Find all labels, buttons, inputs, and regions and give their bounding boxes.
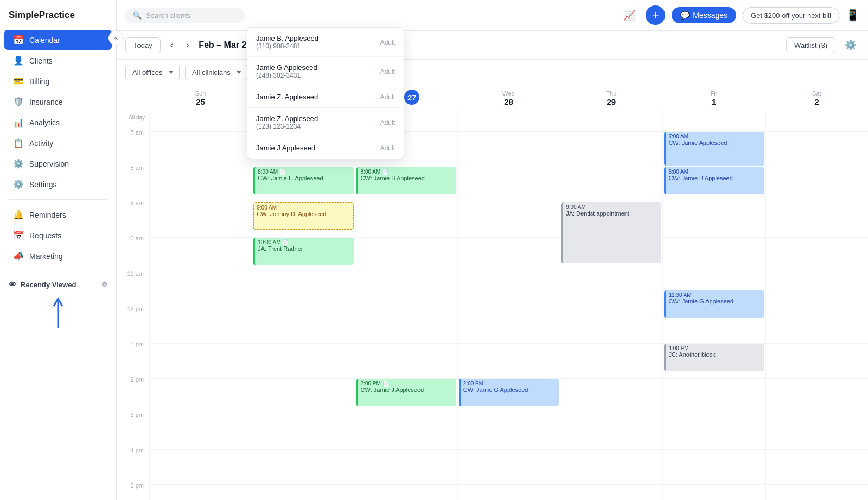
time-cell-row2-col6[interactable]	[765, 202, 868, 237]
time-cell-row9-col6[interactable]	[765, 449, 868, 484]
time-cell-row10-col5[interactable]	[662, 484, 765, 500]
time-cell-row10-col1[interactable]	[252, 484, 354, 500]
clinicians-filter[interactable]: All clinicians	[185, 65, 247, 80]
search-result-item[interactable]: Jamie Z. Appleseed Adult	[247, 86, 404, 108]
waitlist-button[interactable]: Waitlist (3)	[786, 37, 835, 53]
time-cell-row6-col2[interactable]	[355, 343, 457, 378]
time-cell-row4-col1[interactable]	[252, 273, 354, 308]
time-cell-row5-col0[interactable]	[149, 308, 252, 343]
time-cell-row7-col6[interactable]	[765, 378, 868, 414]
time-cell-row5-col6[interactable]	[765, 308, 868, 343]
calendar-event[interactable]: 9:00 AMCW: Johnny D. Appleseed	[253, 202, 353, 230]
time-cell-row7-col5[interactable]	[662, 378, 765, 414]
time-cell-row1-col1[interactable]: 8:00 AM 📄CW: Jamie L. Appleseed	[252, 167, 354, 202]
calendar-event[interactable]: 1:00 PMJC: Another block	[664, 344, 764, 371]
calendar-event[interactable]: 2:00 PM 📄CW: Jamie J Appleseed	[356, 379, 456, 406]
messages-button[interactable]: 💬 Messages	[672, 7, 736, 23]
calendar-event[interactable]: 7:00 AMCW: Jamie Appleseed	[664, 132, 764, 166]
sidebar-item-insurance[interactable]: 🛡️Insurance	[4, 92, 112, 112]
time-cell-row0-col4[interactable]	[560, 131, 662, 167]
time-cell-row3-col6[interactable]	[765, 237, 868, 273]
time-cell-row7-col3[interactable]: 2:00 PMCW: Jamie G Appleseed	[457, 378, 560, 414]
time-cell-row8-col3[interactable]	[457, 414, 560, 449]
calendar-event[interactable]: 8:00 AMCW: Jamie B Appleseed	[664, 167, 764, 194]
sidebar-item-analytics[interactable]: 📊Analytics	[4, 112, 112, 132]
calendar-event[interactable]: 10:00 AM 📄JA: Trent Radner	[253, 238, 353, 265]
analytics-icon-button[interactable]: 📈	[620, 5, 639, 25]
time-cell-row8-col4[interactable]	[560, 414, 662, 449]
search-result-item[interactable]: Jamie Z. Appleseed (123) 123-1234 Adult	[247, 108, 404, 137]
time-cell-row1-col6[interactable]	[765, 167, 868, 202]
sidebar-item-marketing[interactable]: 📣Marketing	[4, 246, 112, 266]
time-cell-row9-col1[interactable]	[252, 449, 354, 484]
time-cell-row2-col3[interactable]	[457, 202, 560, 237]
search-box[interactable]: 🔍 Search clients	[125, 8, 245, 23]
time-cell-row1-col2[interactable]: 8:00 AM 📄CW: Jamie B Appleseed	[355, 167, 457, 202]
sidebar-item-calendar[interactable]: 📅Calendar	[4, 30, 112, 50]
time-cell-row9-col0[interactable]	[149, 449, 252, 484]
time-cell-row4-col0[interactable]	[149, 273, 252, 308]
sidebar-collapse-button[interactable]: «	[108, 30, 124, 46]
time-cell-row8-col2[interactable]	[355, 414, 457, 449]
time-cell-row4-col3[interactable]	[457, 273, 560, 308]
time-cell-row6-col6[interactable]	[765, 343, 868, 378]
add-button[interactable]: +	[646, 5, 665, 25]
time-cell-row2-col4[interactable]: 9:00 AMJA: Dentist appointment	[560, 202, 662, 237]
time-cell-row6-col4[interactable]	[560, 343, 662, 378]
calendar-settings-button[interactable]: ⚙️	[842, 36, 859, 54]
sidebar-item-reminders[interactable]: 🔔Reminders	[4, 205, 112, 225]
time-cell-row4-col5[interactable]: 11:30 AMCW: Jamie G Appleseed	[662, 273, 765, 308]
time-cell-row4-col4[interactable]	[560, 273, 662, 308]
search-result-item[interactable]: Jamie B. Appleseed (310) 908-2481 Adult	[247, 28, 404, 57]
time-cell-row6-col1[interactable]	[252, 343, 354, 378]
time-cell-row6-col5[interactable]: 1:00 PMJC: Another block	[662, 343, 765, 378]
time-cell-row9-col2[interactable]	[355, 449, 457, 484]
time-cell-row9-col5[interactable]	[662, 449, 765, 484]
time-cell-row5-col4[interactable]	[560, 308, 662, 343]
time-cell-row2-col1[interactable]: 9:00 AMCW: Johnny D. Appleseed	[252, 202, 354, 237]
prev-arrow-button[interactable]: ‹	[167, 38, 176, 52]
time-cell-row6-col3[interactable]	[457, 343, 560, 378]
time-cell-row9-col3[interactable]	[457, 449, 560, 484]
time-cell-row8-col5[interactable]	[662, 414, 765, 449]
calendar-event[interactable]: 11:30 AMCW: Jamie G Appleseed	[664, 290, 764, 318]
time-cell-row7-col2[interactable]: 2:00 PM 📄CW: Jamie J Appleseed	[355, 378, 457, 414]
time-cell-row0-col6[interactable]	[765, 131, 868, 167]
time-cell-row1-col5[interactable]: 8:00 AMCW: Jamie B Appleseed	[662, 167, 765, 202]
time-cell-row4-col6[interactable]	[765, 273, 868, 308]
time-cell-row0-col0[interactable]	[149, 131, 252, 167]
time-cell-row3-col2[interactable]	[355, 237, 457, 273]
time-cell-row7-col4[interactable]	[560, 378, 662, 414]
time-cell-row2-col5[interactable]	[662, 202, 765, 237]
calendar-event[interactable]: 8:00 AM 📄CW: Jamie B Appleseed	[356, 167, 456, 194]
calendar-event[interactable]: 2:00 PMCW: Jamie G Appleseed	[459, 379, 559, 406]
time-cell-row0-col3[interactable]	[457, 131, 560, 167]
time-cell-row7-col0[interactable]	[149, 378, 252, 414]
sidebar-item-clients[interactable]: 👤Clients	[4, 50, 112, 71]
sidebar-item-supervision[interactable]: ⚙️Supervision	[4, 154, 112, 174]
today-button[interactable]: Today	[125, 37, 161, 53]
search-result-item[interactable]: Jamie G Appleseed (248) 302-3431 Adult	[247, 57, 404, 86]
time-cell-row3-col3[interactable]	[457, 237, 560, 273]
time-cell-row10-col2[interactable]	[355, 484, 457, 500]
next-arrow-button[interactable]: ›	[183, 38, 192, 52]
time-cell-row0-col5[interactable]: 7:00 AMCW: Jamie Appleseed	[662, 131, 765, 167]
offices-filter[interactable]: All offices	[125, 65, 180, 80]
time-cell-row10-col0[interactable]	[149, 484, 252, 500]
time-cell-row4-col2[interactable]	[355, 273, 457, 308]
time-cell-row9-col4[interactable]	[560, 449, 662, 484]
time-cell-row10-col6[interactable]	[765, 484, 868, 500]
time-cell-row7-col1[interactable]	[252, 378, 354, 414]
time-cell-row6-col0[interactable]	[149, 343, 252, 378]
calendar-event[interactable]: 8:00 AM 📄CW: Jamie L. Appleseed	[253, 167, 353, 194]
time-cell-row8-col0[interactable]	[149, 414, 252, 449]
time-cell-row8-col1[interactable]	[252, 414, 354, 449]
time-cell-row3-col0[interactable]	[149, 237, 252, 273]
time-cell-row5-col2[interactable]	[355, 308, 457, 343]
sidebar-item-billing[interactable]: 💳Billing	[4, 71, 112, 91]
time-cell-row2-col2[interactable]	[355, 202, 457, 237]
time-cell-row1-col0[interactable]	[149, 167, 252, 202]
time-cell-row2-col0[interactable]	[149, 202, 252, 237]
sidebar-item-activity[interactable]: 📋Activity	[4, 133, 112, 153]
time-cell-row10-col3[interactable]	[457, 484, 560, 500]
